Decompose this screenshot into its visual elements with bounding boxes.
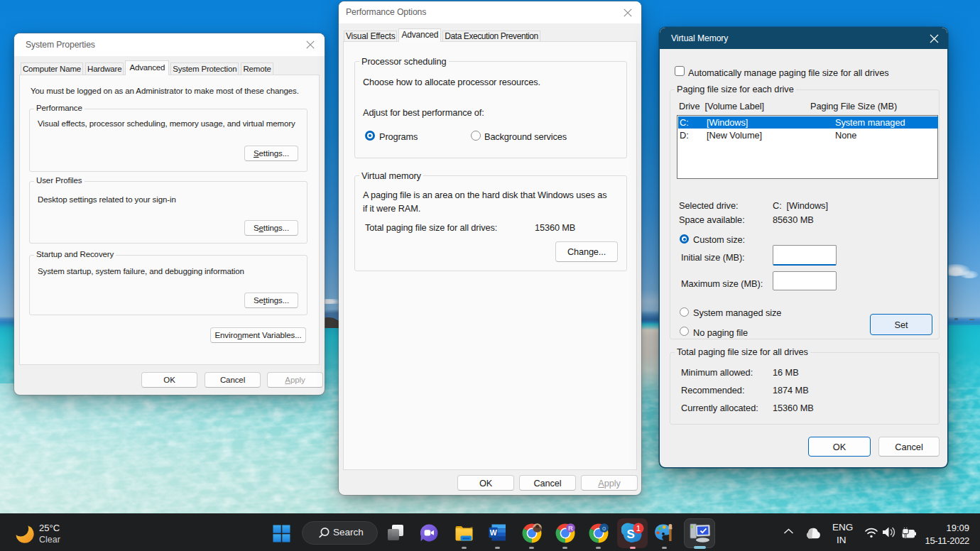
svg-text:R: R [568,524,573,532]
svg-text:1: 1 [636,524,641,533]
svg-text:o: o [602,525,606,532]
svg-text:W: W [490,528,497,537]
